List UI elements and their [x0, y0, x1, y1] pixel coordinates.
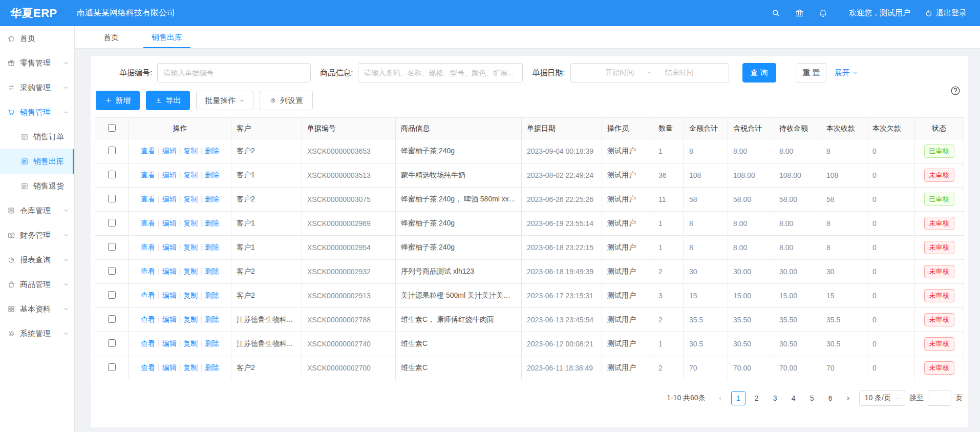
select-all-checkbox[interactable] [108, 124, 116, 132]
sidebar-item[interactable]: 销售订单 [0, 125, 74, 149]
tax-total-cell: 30.00 [728, 260, 774, 284]
sidebar-item[interactable]: 基本资料 [0, 297, 74, 321]
delete-link[interactable]: 删除 [205, 219, 219, 227]
edit-link[interactable]: 编辑 [162, 243, 177, 251]
jump-to-page-input[interactable] [928, 390, 951, 406]
copy-link[interactable]: 复制 [183, 291, 198, 299]
page-number-button[interactable]: 4 [786, 391, 801, 405]
view-link[interactable]: 查看 [141, 243, 155, 251]
column-settings-button[interactable]: 列设置 [260, 91, 313, 110]
sidebar-item[interactable]: 采购管理 [0, 75, 74, 100]
delete-link[interactable]: 删除 [205, 267, 219, 275]
sidebar-item[interactable]: 销售退货 [0, 174, 74, 198]
tab[interactable]: 首页 [95, 26, 127, 48]
page-number-button[interactable]: 2 [750, 391, 764, 405]
export-button[interactable]: 导出 [146, 91, 190, 110]
table-header-row: 操作 客户 单据编号 商品信息 单据日期 操作员 数量 金额合计 含税合计 待收… [95, 118, 964, 139]
edit-link[interactable]: 编辑 [162, 339, 177, 347]
copy-link[interactable]: 复制 [183, 267, 198, 275]
sidebar-item[interactable]: 首页 [0, 26, 74, 51]
logout-button[interactable]: 退出登录 [925, 8, 967, 18]
sidebar-item[interactable]: 销售出库 [0, 149, 74, 174]
bell-icon[interactable] [818, 8, 828, 18]
chevron-down-icon [63, 257, 69, 263]
sidebar-item[interactable]: 商品管理 [0, 272, 74, 297]
tax-total-cell: 30.50 [728, 332, 774, 356]
product-info-input[interactable] [358, 63, 523, 83]
view-link[interactable]: 查看 [141, 291, 155, 299]
row-checkbox[interactable] [108, 195, 116, 202]
view-link[interactable]: 查看 [141, 195, 155, 203]
sidebar-item[interactable]: 零售管理 [0, 51, 74, 75]
row-checkbox[interactable] [108, 219, 116, 227]
edit-link[interactable]: 编辑 [162, 219, 177, 227]
copy-link[interactable]: 复制 [183, 171, 198, 179]
copy-link[interactable]: 复制 [183, 315, 198, 323]
edit-link[interactable]: 编辑 [162, 363, 177, 372]
page-number-button[interactable]: 3 [768, 391, 782, 405]
copy-link[interactable]: 复制 [183, 363, 198, 372]
delete-link[interactable]: 删除 [205, 243, 219, 251]
row-checkbox[interactable] [108, 171, 116, 178]
delete-link[interactable]: 删除 [205, 339, 219, 347]
delete-link[interactable]: 删除 [205, 171, 219, 179]
product-cell: 美汁源果粒橙 500ml 美汁美汁美汁... [396, 284, 522, 308]
edit-link[interactable]: 编辑 [162, 171, 177, 179]
help-icon[interactable] [950, 85, 961, 96]
date-range-input[interactable]: 开始时间 ~ 结束时间 [570, 63, 729, 83]
add-button[interactable]: 新增 [96, 91, 140, 110]
search-button[interactable]: 查 询 [742, 63, 776, 83]
sidebar-item[interactable]: 报表查询 [0, 248, 74, 272]
edit-link[interactable]: 编辑 [162, 195, 177, 203]
edit-link[interactable]: 编辑 [162, 315, 177, 323]
reset-button[interactable]: 重 置 [797, 63, 826, 83]
search-icon[interactable] [771, 8, 781, 18]
bill-no-input[interactable] [157, 63, 311, 83]
edit-link[interactable]: 编辑 [162, 291, 177, 299]
copy-link[interactable]: 复制 [183, 339, 198, 347]
row-checkbox[interactable] [108, 243, 116, 251]
date-cell: 2023-06-12 00:08:21 [522, 332, 602, 356]
page-number-button[interactable]: 6 [823, 391, 838, 405]
bank-icon[interactable] [795, 8, 804, 18]
prev-page-button[interactable] [714, 392, 727, 405]
view-link[interactable]: 查看 [141, 219, 155, 227]
next-page-button[interactable] [842, 392, 855, 405]
row-checkbox[interactable] [108, 291, 116, 299]
view-link[interactable]: 查看 [141, 267, 155, 275]
view-link[interactable]: 查看 [141, 171, 155, 179]
product-cell: 蜂蜜柚子茶 240g [396, 139, 522, 163]
row-checkbox[interactable] [108, 267, 116, 275]
copy-link[interactable]: 复制 [183, 195, 198, 203]
copy-link[interactable]: 复制 [183, 219, 198, 227]
row-checkbox[interactable] [108, 363, 116, 371]
row-checkbox[interactable] [108, 315, 116, 323]
qty-cell: 1 [653, 139, 684, 163]
view-link[interactable]: 查看 [141, 315, 155, 323]
tab[interactable]: 销售出库 [143, 26, 190, 48]
view-link[interactable]: 查看 [141, 339, 155, 347]
row-checkbox[interactable] [108, 147, 116, 154]
copy-link[interactable]: 复制 [183, 147, 198, 155]
page-number-button[interactable]: 5 [805, 391, 819, 405]
expand-link[interactable]: 展开 [835, 68, 858, 78]
view-link[interactable]: 查看 [141, 147, 155, 155]
delete-link[interactable]: 删除 [205, 315, 219, 323]
delete-link[interactable]: 删除 [205, 291, 219, 299]
sidebar-item[interactable]: 财务管理 [0, 223, 74, 248]
sidebar-item[interactable]: 系统管理 [0, 321, 74, 346]
copy-link[interactable]: 复制 [183, 243, 198, 251]
page-number-button[interactable]: 1 [731, 391, 745, 405]
edit-link[interactable]: 编辑 [162, 147, 177, 155]
delete-link[interactable]: 删除 [205, 147, 219, 155]
sidebar-item[interactable]: 销售管理 [0, 100, 74, 125]
doc-icon [20, 157, 29, 166]
row-checkbox[interactable] [108, 339, 116, 347]
sidebar-item[interactable]: 仓库管理 [0, 198, 74, 223]
batch-actions-button[interactable]: 批量操作 [196, 91, 253, 110]
delete-link[interactable]: 删除 [205, 195, 219, 203]
view-link[interactable]: 查看 [141, 363, 155, 372]
page-size-select[interactable]: 10 条/页 [859, 390, 905, 406]
delete-link[interactable]: 删除 [205, 363, 219, 372]
edit-link[interactable]: 编辑 [162, 267, 177, 275]
